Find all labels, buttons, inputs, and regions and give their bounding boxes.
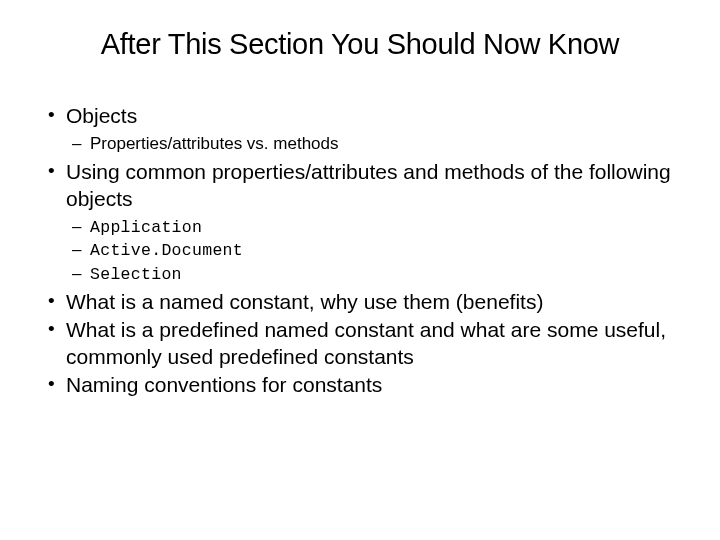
list-item: What is a named constant, why use them (… (40, 289, 680, 315)
bullet-list: Objects Properties/attributes vs. method… (40, 103, 680, 398)
bullet-text: What is a named constant, why use them (… (66, 290, 543, 313)
sub-bullet-list: Properties/attributes vs. methods (66, 133, 680, 155)
bullet-text: What is a predefined named constant and … (66, 318, 666, 367)
list-item: Naming conventions for constants (40, 372, 680, 398)
list-item: Using common properties/attributes and m… (40, 159, 680, 285)
list-item: What is a predefined named constant and … (40, 317, 680, 370)
list-item: Application (66, 216, 680, 238)
bullet-text: Naming conventions for constants (66, 373, 382, 396)
sub-bullet-list: Application Active.Document Selection (66, 216, 680, 285)
slide-title: After This Section You Should Now Know (40, 28, 680, 61)
bullet-text: Objects (66, 104, 137, 127)
bullet-text: Application (90, 218, 202, 237)
bullet-text: Selection (90, 265, 182, 284)
bullet-text: Properties/attributes vs. methods (90, 134, 339, 153)
bullet-text: Using common properties/attributes and m… (66, 160, 671, 209)
list-item: Objects Properties/attributes vs. method… (40, 103, 680, 155)
list-item: Active.Document (66, 239, 680, 261)
list-item: Properties/attributes vs. methods (66, 133, 680, 155)
list-item: Selection (66, 263, 680, 285)
bullet-text: Active.Document (90, 241, 243, 260)
